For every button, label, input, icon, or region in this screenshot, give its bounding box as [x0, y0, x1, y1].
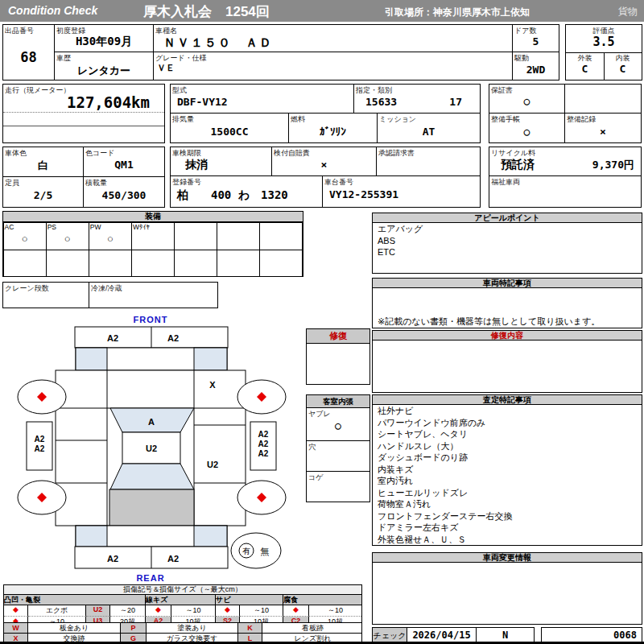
vehicle-category: 貨物 [618, 5, 638, 19]
empty-cell [564, 84, 642, 114]
cabin-lining-box: 客室内張 ヤブレ ○ 穴 コゲ [306, 394, 370, 502]
rear-label: REAR [136, 573, 164, 583]
appeal-body: エアバッグ ABS ETC [372, 222, 642, 274]
assessment-item: 荷物室Ａ汚れ [373, 498, 642, 510]
body-color-value: 白 [3, 159, 83, 173]
maintenance-book-value: ○ [489, 126, 564, 138]
divider [3, 112, 164, 113]
fuel-cell: 燃料 ｶﾞｿﾘﾝ [288, 113, 378, 143]
welfare-cell: 福祉車両 [489, 175, 642, 208]
mileage-box: 走行（現メーター） 127,604km [2, 84, 165, 143]
equipment-value: ○ [89, 233, 131, 245]
equipment-cell [174, 222, 217, 250]
assessment-item: ドアミラー左右キズ [373, 522, 642, 534]
equipment-cell [131, 250, 175, 277]
lining-label: ヤブレ [308, 409, 331, 419]
equipment-cell-wtire: Wﾀｲﾔ [131, 222, 175, 250]
legend-category: サビ [216, 595, 283, 605]
cabin-lining-title: 客室内張 [307, 395, 369, 408]
equipment-label: Wﾀｲﾔ [133, 223, 150, 231]
mileage-value: 127,604km [67, 93, 150, 111]
change-info-text [373, 563, 642, 564]
assessment-item: 室内汚れ [373, 475, 642, 487]
assessment-item: 内装キズ [373, 464, 642, 476]
model-code-cell: 型式 DBF-VY12 [170, 84, 354, 114]
insurance-cell: 検付自賠責 × [271, 147, 377, 176]
history-cell: 車歴 レンタカー [54, 52, 154, 80]
assessment-item: ヒューエルリッドズレ [373, 487, 642, 499]
lot-number-label: 出品番号 [5, 26, 34, 36]
sheet-number-cell: 0068 [541, 627, 642, 642]
auction-title: 厚木入札会 1254回 [143, 2, 270, 21]
approval-label: 承認請求書 [378, 148, 415, 159]
color-code-cell: 色コード QM1 [83, 147, 165, 177]
legend-text: ～10 [309, 605, 361, 617]
rear-bumper-right-code: A2 [167, 554, 179, 564]
check-date-cell: 2026/04/15 [407, 627, 477, 642]
legend-code: U2 [86, 605, 110, 617]
insurance-value: × [272, 159, 376, 171]
appeal-item: ABS [373, 235, 642, 247]
windshield-code: A [148, 417, 155, 427]
registration-number-label: 登録番号 [172, 177, 201, 188]
lot-number-cell: 出品番号 68 [2, 24, 55, 80]
equipment-label: AC [5, 223, 14, 231]
model-code-value: DBF-VY12 [177, 96, 228, 108]
equipment-cell [259, 250, 303, 277]
history-label: 車歴 [56, 53, 71, 64]
equipment-cell-pw: PW○ [89, 222, 132, 250]
fuel-value: ｶﾞｿﾘﾝ [289, 126, 377, 138]
spare-tire-indicator: 有 無 [231, 533, 281, 568]
right-door-code: A2 [258, 430, 269, 439]
repair-code-table: W 板金あり P 塗装あり K 看板跡 X 交換跡 G ガラス交換要す L レン… [3, 622, 362, 644]
exterior-cell: 外装 C [566, 52, 605, 80]
vehicle-notes-text: ※記載のない書類・機器等は無しとして取り扱います。 [373, 316, 603, 328]
displacement-cell: 排気量 1500CC [170, 113, 289, 143]
legend-title: 損傷記号＆損傷サイズ（～最大cm） [4, 585, 361, 595]
repair-details-body [372, 340, 642, 393]
equipment-label: PW [90, 223, 101, 231]
equipment-value: ○ [47, 233, 89, 245]
vehicle-notes-title: 車両特記事項 [483, 279, 531, 287]
equipment-cell [89, 250, 132, 277]
maintenance-book-label: 整備手帳 [491, 114, 520, 125]
warranty-cell: 保証書 ○ [489, 84, 565, 114]
lining-row-burn: コゲ [307, 472, 369, 503]
legend-text: エクボ [28, 605, 86, 617]
fridge-cell: 冷凍/冷蔵 [89, 282, 218, 308]
assessment-title: 査定特記事項 [483, 395, 531, 404]
equipment-cell [217, 222, 260, 250]
capacity-label: 定員 [5, 178, 19, 188]
change-info-title: 車両変更情報 [483, 553, 531, 562]
equipment-grid: AC○ PS○ PW○ Wﾀｲﾔ [2, 221, 303, 277]
legend-category: 凸凹・亀裂 [4, 595, 146, 605]
legend-diamond-icon: ◆ [283, 605, 309, 617]
load-cell: 積載量 450/300 [83, 176, 165, 208]
recycle-fee-cell: リサイクル料 預託済 9,370円 [489, 147, 642, 176]
load-label: 積載量 [85, 178, 107, 188]
equipment-title: 装備 [145, 212, 161, 221]
grade-value: ＶＥ [157, 62, 175, 74]
right-rear-panel-code: U2 [207, 460, 218, 469]
check-date-value: 2026/04/15 [407, 630, 476, 641]
drive-value: 2WD [513, 64, 559, 76]
check-label: チェック [373, 630, 407, 642]
equipment-value: ○ [4, 233, 46, 245]
header-bar: Condition Check 厚木入札会 1254回 引取場所：神奈川県厚木市… [0, 0, 644, 22]
equipment-header: 装備 [2, 211, 303, 222]
maintenance-record-value: × [565, 126, 641, 138]
appeal-title: アピールポイント [474, 213, 540, 222]
change-info-body [372, 562, 642, 625]
displacement-label: 排気量 [172, 114, 194, 125]
fridge-label: 冷凍/冷蔵 [91, 283, 122, 294]
registration-number-value: 柏 400 わ 1320 [177, 188, 288, 203]
legend-diamond-icon: ◆ [4, 605, 28, 617]
right-front-fender-code: X [209, 380, 216, 390]
assessment-item: ダッシュボードのり跡 [373, 452, 642, 464]
front-bumper-left-code: A2 [107, 333, 118, 343]
auction-sheet: Condition Check 厚木入札会 1254回 引取場所：神奈川県厚木市… [0, 0, 644, 644]
legend-category: 腐食 [283, 595, 361, 605]
color-code-value: QM1 [84, 159, 164, 171]
type-class-cell: 指定・類別 15633 17 [353, 84, 481, 114]
equipment-cell [259, 222, 303, 250]
